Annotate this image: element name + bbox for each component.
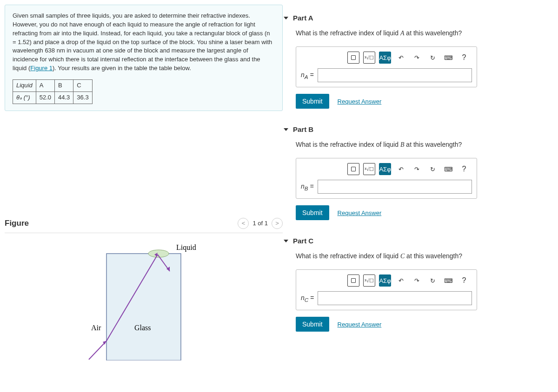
redo-icon[interactable]: ↷ xyxy=(411,163,423,175)
eq-label-a: nA = xyxy=(301,71,314,80)
greek-icon[interactable]: ΑΣφ xyxy=(379,163,391,175)
undo-icon[interactable]: ↶ xyxy=(395,163,407,175)
redo-icon[interactable]: ↷ xyxy=(411,274,423,287)
problem-text-after: ). Your results are given in the table t… xyxy=(53,65,191,72)
air-label: Air xyxy=(91,324,101,332)
keyboard-icon[interactable]: ⌨ xyxy=(442,274,454,287)
request-answer-b[interactable]: Request Answer xyxy=(338,209,382,216)
part-c-question: What is the refractive index of liquid C… xyxy=(296,252,544,260)
figure-pager-label: 1 of 1 xyxy=(252,220,268,227)
request-answer-c[interactable]: Request Answer xyxy=(338,321,382,328)
answer-box-c: ᵡ√☐ ΑΣφ ↶ ↷ ↻ ⌨ ? nC = xyxy=(296,269,477,310)
reset-icon[interactable]: ↻ xyxy=(426,52,438,64)
figure-title: Figure xyxy=(5,219,29,228)
answer-box-b: ᵡ√☐ ΑΣφ ↶ ↷ ↻ ⌨ ? nB = xyxy=(296,158,477,199)
figure-prev-button[interactable]: < xyxy=(238,218,249,229)
greek-icon[interactable]: ΑΣφ xyxy=(379,52,391,64)
help-icon[interactable]: ? xyxy=(458,163,470,175)
submit-button-c[interactable]: Submit xyxy=(296,317,329,332)
undo-icon[interactable]: ↶ xyxy=(395,274,407,287)
part-c-title: Part C xyxy=(293,237,313,245)
submit-button-a[interactable]: Submit xyxy=(296,94,329,109)
part-b-title: Part B xyxy=(293,125,313,133)
problem-statement: Given small samples of three liquids, yo… xyxy=(5,5,283,111)
greek-icon[interactable]: ΑΣφ xyxy=(379,274,391,287)
templates-icon[interactable] xyxy=(347,163,359,175)
reset-icon[interactable]: ↻ xyxy=(426,163,438,175)
math-root-icon[interactable]: ᵡ√☐ xyxy=(363,52,375,64)
collapse-icon[interactable] xyxy=(284,17,288,20)
templates-icon[interactable] xyxy=(347,52,359,64)
liquid-label: Liquid xyxy=(176,243,196,252)
collapse-icon[interactable] xyxy=(284,128,288,131)
keyboard-icon[interactable]: ⌨ xyxy=(442,163,454,175)
part-b-question: What is the refractive index of liquid B… xyxy=(296,141,544,149)
math-root-icon[interactable]: ᵡ√☐ xyxy=(363,163,375,175)
problem-text-before: Given small samples of three liquids, yo… xyxy=(13,12,272,72)
part-a-title: Part A xyxy=(293,14,313,22)
data-table: Liquid A B C θₐ (°) 52.0 44.3 36.3 xyxy=(13,79,93,104)
answer-input-c[interactable] xyxy=(318,291,472,305)
redo-icon[interactable]: ↷ xyxy=(411,52,423,64)
figure-diagram: Liquid Air Glass xyxy=(83,240,204,360)
help-icon[interactable]: ? xyxy=(458,52,470,64)
submit-button-b[interactable]: Submit xyxy=(296,205,329,220)
undo-icon[interactable]: ↶ xyxy=(395,52,407,64)
table-row: Liquid A B C xyxy=(13,79,93,91)
keyboard-icon[interactable]: ⌨ xyxy=(442,52,454,64)
answer-input-a[interactable] xyxy=(318,68,472,82)
templates-icon[interactable] xyxy=(347,274,359,287)
collapse-icon[interactable] xyxy=(284,240,288,242)
figure-next-button[interactable]: > xyxy=(272,218,283,229)
eq-label-c: nC = xyxy=(301,294,314,303)
svg-line-2 xyxy=(89,341,106,359)
reset-icon[interactable]: ↻ xyxy=(426,274,438,287)
help-icon[interactable]: ? xyxy=(458,274,470,287)
answer-input-b[interactable] xyxy=(318,180,472,194)
answer-box-a: ᵡ√☐ ΑΣφ ↶ ↷ ↻ ⌨ ? nA = xyxy=(296,46,477,87)
figure-link[interactable]: Figure 1 xyxy=(30,65,53,72)
table-row: θₐ (°) 52.0 44.3 36.3 xyxy=(13,91,93,104)
part-a-question: What is the refractive index of liquid A… xyxy=(296,29,544,37)
glass-label: Glass xyxy=(134,324,151,332)
request-answer-a[interactable]: Request Answer xyxy=(338,98,382,105)
math-root-icon[interactable]: ᵡ√☐ xyxy=(363,274,375,287)
eq-label-b: nB = xyxy=(301,183,314,191)
